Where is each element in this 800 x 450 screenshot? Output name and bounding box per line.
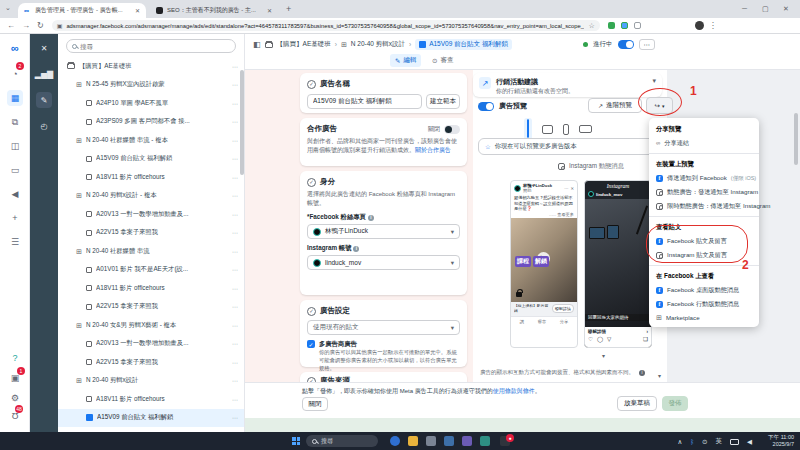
- browser-menu-icon[interactable]: ⋮: [709, 21, 717, 30]
- menu-item-facebook-mobile-feed[interactable]: fFacebook 行動版動態消息: [649, 297, 759, 311]
- desktop-device-icon[interactable]: [542, 125, 553, 134]
- window-minimize-button[interactable]: ─: [742, 5, 747, 12]
- menu-item-facebook-desktop-feed[interactable]: fFacebook 桌面版動態消息: [649, 283, 759, 297]
- taskbar-app[interactable]: [462, 436, 472, 446]
- browser-tab-adsmanager[interactable]: ∞ 廣告管理員 - 管理廣告 - 廣告帳... ✕: [18, 3, 146, 18]
- row-menu-button[interactable]: ⋯: [232, 137, 238, 144]
- sidebar-ad-row[interactable]: A18V11 影片 officehours⋯: [58, 390, 244, 409]
- tablet-device-icon[interactable]: [579, 125, 592, 133]
- menu-item-share-link[interactable]: ∞分享連結: [649, 136, 759, 150]
- row-menu-button[interactable]: ⋯: [232, 229, 238, 236]
- row-menu-button[interactable]: ⋯: [232, 63, 238, 70]
- reload-icon[interactable]: ↻: [37, 21, 44, 30]
- microphone-icon[interactable]: ⊙: [702, 438, 707, 446]
- sidebar-ad-row[interactable]: A22V15 拿案子來照我⋯: [58, 353, 244, 372]
- row-menu-button[interactable]: ⋯: [232, 340, 238, 347]
- cta-button[interactable]: 瞭解詳情: [552, 304, 574, 313]
- browser-tab-seo[interactable]: SEO：主管看不到我的廣告 - 主... ✕: [150, 3, 278, 18]
- tab-search-icon[interactable]: ⌄: [5, 4, 11, 12]
- browser-profile-avatar[interactable]: [695, 21, 704, 30]
- tab-edit[interactable]: ✎編輯: [390, 54, 421, 67]
- facebook-page-select[interactable]: 林鴨子LinDuck▾: [307, 224, 460, 239]
- close-button[interactable]: 關閉: [302, 397, 328, 411]
- comment-button[interactable]: 留言: [538, 319, 546, 324]
- audiences-icon[interactable]: ◫: [7, 138, 23, 154]
- forward-icon[interactable]: →: [22, 21, 30, 30]
- chart-icon[interactable]: ▂▅▇: [36, 66, 52, 82]
- bookmark-icon[interactable]: ❑: [643, 336, 648, 342]
- new-tab-button[interactable]: +: [286, 4, 291, 14]
- sidebar-folder-row[interactable]: 【購買】AE基礎班⋯: [58, 57, 244, 76]
- ad-setup-select[interactable]: 使用現有的貼文▾: [307, 320, 460, 335]
- row-menu-button[interactable]: ⋯: [232, 174, 238, 181]
- row-menu-button[interactable]: ⋯: [232, 81, 238, 88]
- row-menu-button[interactable]: ⋯: [232, 285, 238, 292]
- multi-advertiser-checkbox[interactable]: ✓: [307, 340, 315, 348]
- all-tools-menu-icon[interactable]: ☰: [7, 234, 23, 250]
- row-menu-button[interactable]: ⋯: [232, 322, 238, 329]
- breadcrumb-ad-chip[interactable]: A15V09 前台貼文 福利解鎖: [415, 39, 512, 50]
- sidebar-ad-row[interactable]: A18V11 影片 officehours⋯: [58, 168, 244, 187]
- row-menu-button[interactable]: ⋯: [232, 359, 238, 366]
- history-clock-icon[interactable]: ◴: [36, 118, 52, 134]
- row-menu-button[interactable]: ⋯: [232, 192, 238, 199]
- taskbar-app-edge[interactable]: [390, 436, 400, 446]
- settings-gear-icon[interactable]: ⚙: [7, 390, 23, 406]
- more-options-button[interactable]: ⋯: [639, 39, 656, 50]
- ad-name-input[interactable]: [307, 94, 422, 109]
- taskbar-app[interactable]: [480, 436, 490, 446]
- page-scrollbar[interactable]: [794, 113, 798, 165]
- instagram-account-select[interactable]: linduck_mov▾: [307, 255, 460, 270]
- row-menu-button[interactable]: ⋯: [232, 303, 238, 310]
- row-menu-button[interactable]: ⋯: [232, 396, 238, 403]
- ig-cta[interactable]: 瞭解詳情: [588, 329, 606, 334]
- tab-close-icon[interactable]: ✕: [267, 7, 272, 14]
- breadcrumb-campaign[interactable]: 【購買】AE基礎班: [277, 40, 331, 49]
- sidebar-ad-row[interactable]: A20V13 一對一教學增加動畫及...⋯: [58, 205, 244, 224]
- breadcrumb-adset[interactable]: N 20-40 剪輯x設計: [351, 40, 405, 49]
- post-menu-icon[interactable]: ⋯: [564, 186, 568, 191]
- discard-draft-button[interactable]: 放棄草稿: [617, 396, 657, 411]
- sidebar-ad-row[interactable]: A18V11 影片 officehours⋯: [58, 279, 244, 298]
- row-menu-button[interactable]: ⋯: [232, 248, 238, 255]
- start-button[interactable]: [292, 437, 300, 445]
- create-template-button[interactable]: 建立範本: [426, 94, 460, 109]
- menu-item-notify-facebook[interactable]: f傳送通知到 Facebook(僅限 iOS): [649, 171, 759, 185]
- taskbar-search[interactable]: 搜尋: [306, 435, 378, 447]
- post-link-bar[interactable]: 【線上課程】影片剪輯 瞭解詳情: [511, 302, 577, 316]
- ime-indicator[interactable]: 英: [716, 437, 723, 446]
- tray-expand-icon[interactable]: ∧: [677, 438, 682, 446]
- site-info-icon[interactable]: ▣: [57, 22, 63, 29]
- taskbar-app[interactable]: [444, 436, 454, 446]
- row-menu-button[interactable]: ⋯: [232, 118, 238, 125]
- menu-item-stories-ad-instagram[interactable]: 限時動態廣告：傳送通知至 Instagram: [649, 199, 759, 213]
- sidebar-adset-row[interactable]: ⊞N 20-40 剪輯x設計⋯: [58, 372, 244, 391]
- ad-preview-toggle[interactable]: [478, 102, 494, 111]
- meta-logo[interactable]: ∞: [7, 40, 23, 56]
- scroll-down-chevron[interactable]: ▾: [602, 352, 605, 359]
- sidebar-ad-row[interactable]: A23PS09 多圖 客戶問都不會 接...⋯: [58, 113, 244, 132]
- pages-icon[interactable]: ⧉: [7, 114, 23, 130]
- mobile-share-device-icon[interactable]: [524, 118, 532, 140]
- sidebar-adset-row[interactable]: ⊞N 20-40 社群媒體 串流 - 複本⋯: [58, 131, 244, 150]
- campaign-suggestions-card[interactable]: ↗ 行銷活動建議 你的行銷活動還有改善空間。 ▾: [473, 73, 662, 97]
- bluetooth-icon[interactable]: ᛒ: [690, 438, 694, 445]
- phone-device-icon[interactable]: [563, 124, 569, 135]
- ig-video[interactable]: 回覆回應大家的期待: [585, 199, 651, 327]
- sidebar-ad-row[interactable]: A01V01 影片 我不是AE天才(設...⋯: [58, 261, 244, 280]
- like-button[interactable]: 讚: [520, 319, 524, 324]
- sidebar-ad-row[interactable]: A15V09 前台貼文 福利解鎖⋯: [58, 150, 244, 169]
- sidebar-ad-row[interactable]: A22V15 拿案子來照我⋯: [58, 224, 244, 243]
- tab-close-icon[interactable]: ✕: [135, 7, 140, 14]
- sidebar-adset-row[interactable]: ⊞N 20-40 女&男 剪輯X藝術 - 複本⋯: [58, 316, 244, 335]
- row-menu-button[interactable]: ⋯: [232, 414, 238, 421]
- ads-megaphone-icon[interactable]: ◀: [7, 186, 23, 202]
- row-menu-button[interactable]: ⋯: [232, 100, 238, 107]
- extension-icon[interactable]: [608, 22, 615, 29]
- sidebar-ad-row-selected[interactable]: A15V09 前台貼文 福利解鎖⋯: [58, 409, 244, 428]
- campaigns-icon[interactable]: ▦: [7, 90, 23, 106]
- like-heart-icon[interactable]: ♡: [588, 336, 593, 342]
- preview-format-label[interactable]: Instagram 動態消息: [558, 162, 624, 171]
- extension-icon[interactable]: [621, 22, 628, 29]
- row-menu-button[interactable]: ⋯: [232, 377, 238, 384]
